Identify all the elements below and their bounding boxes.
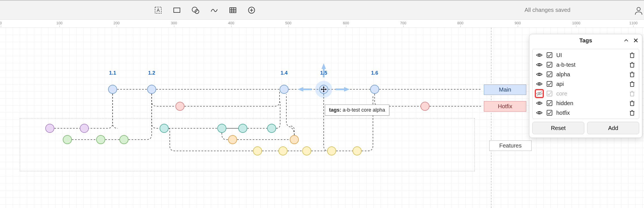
close-icon[interactable] — [632, 37, 639, 44]
tag-checkbox[interactable] — [546, 52, 553, 58]
commit-node[interactable] — [217, 124, 226, 133]
collapse-icon[interactable] — [623, 37, 630, 44]
tags-panel[interactable]: Tags UIa-b-testalphaapicorehiddenhotfix … — [529, 34, 642, 138]
ruler-tick: 100 — [56, 21, 63, 25]
commit-node[interactable] — [160, 124, 169, 133]
commit-node[interactable] — [327, 146, 336, 155]
ruler-tick: 900 — [515, 21, 521, 25]
freehand-tool-icon[interactable] — [209, 5, 220, 16]
svg-rect-61 — [630, 111, 634, 115]
version-label: 1.1 — [109, 70, 116, 76]
svg-rect-34 — [547, 62, 552, 67]
version-label: 1.6 — [371, 70, 378, 76]
commit-node[interactable] — [278, 146, 287, 155]
delete-tag-icon[interactable] — [629, 109, 636, 116]
svg-rect-5 — [230, 8, 236, 13]
svg-rect-29 — [547, 53, 552, 58]
toolbar: A All changes saved — [0, 0, 644, 20]
ruler-tick: 600 — [343, 21, 349, 25]
commit-node[interactable] — [370, 85, 379, 94]
svg-rect-2 — [174, 8, 180, 12]
svg-point-13 — [637, 7, 640, 11]
commit-node[interactable] — [80, 124, 89, 133]
tag-name: hidden — [556, 100, 625, 107]
delete-tag-icon[interactable] — [629, 52, 636, 58]
ruler: 010020030040050060070080090010001100 — [0, 20, 644, 28]
tag-checkbox[interactable] — [546, 109, 553, 116]
commit-node[interactable] — [238, 124, 247, 133]
commit-node[interactable] — [420, 102, 430, 111]
commit-node[interactable] — [228, 135, 237, 144]
delete-tag-icon[interactable] — [629, 61, 636, 68]
commit-node[interactable] — [175, 102, 184, 111]
svg-point-43 — [538, 83, 540, 85]
delete-tag-icon[interactable] — [629, 100, 636, 107]
svg-line-49 — [537, 91, 542, 96]
tag-list: UIa-b-testalphaapicorehiddenhotfix — [532, 49, 639, 119]
visibility-toggle-icon[interactable] — [536, 109, 543, 116]
user-icon[interactable] — [634, 6, 643, 15]
svg-point-33 — [538, 64, 540, 66]
visibility-toggle-icon[interactable] — [536, 61, 543, 68]
add-button[interactable]: Add — [587, 122, 639, 134]
reset-button[interactable]: Reset — [532, 122, 584, 134]
svg-text:A: A — [157, 8, 160, 13]
visibility-toggle-icon[interactable] — [536, 71, 543, 78]
visibility-toggle-icon[interactable] — [536, 81, 543, 87]
ruler-tick: 200 — [113, 21, 120, 25]
commit-node[interactable] — [108, 85, 117, 94]
commit-node[interactable] — [63, 135, 72, 144]
node-tags-tooltip: tags: a-b-test core alpha — [325, 105, 389, 116]
visibility-toggle-icon[interactable] — [536, 90, 543, 97]
tag-row: alpha — [533, 70, 639, 79]
ruler-tick: 800 — [457, 21, 463, 25]
delete-tag-icon — [629, 90, 636, 97]
tag-row: a-b-test — [533, 60, 639, 70]
table-tool-icon[interactable] — [227, 5, 238, 16]
delete-tag-icon[interactable] — [629, 81, 636, 87]
svg-rect-51 — [630, 92, 634, 96]
tag-checkbox[interactable] — [546, 81, 553, 87]
ellipse-tool-icon[interactable] — [190, 5, 201, 16]
commit-node[interactable] — [353, 146, 362, 155]
tag-name: api — [556, 81, 625, 87]
tooltip-label: tags: — [329, 107, 341, 113]
tag-name: hotfix — [556, 110, 625, 116]
delete-tag-icon[interactable] — [629, 71, 636, 78]
svg-rect-45 — [630, 83, 634, 86]
tag-checkbox[interactable] — [546, 100, 553, 107]
save-status: All changes saved — [525, 1, 570, 20]
commit-node[interactable] — [290, 135, 299, 144]
text-tool-icon[interactable]: A — [153, 5, 164, 16]
tags-panel-title: Tags — [579, 37, 592, 44]
tag-checkbox[interactable] — [546, 61, 553, 68]
svg-rect-35 — [630, 63, 634, 67]
ruler-tick: 500 — [285, 21, 291, 25]
commit-node[interactable] — [147, 85, 156, 94]
tag-checkbox[interactable] — [546, 71, 553, 78]
visibility-toggle-icon[interactable] — [536, 100, 543, 107]
svg-rect-56 — [630, 102, 634, 106]
ruler-tick: 1000 — [572, 21, 580, 25]
tags-panel-header: Tags — [529, 34, 642, 47]
commit-node[interactable] — [280, 85, 289, 94]
app-root: A All changes saved 01002003004005006007… — [0, 0, 644, 208]
version-label: 1.4 — [280, 70, 287, 76]
commit-node[interactable] — [253, 146, 262, 155]
tooltip-value: a-b-test core alpha — [343, 107, 385, 113]
ruler-tick: 700 — [400, 21, 406, 25]
version-label: 1.2 — [148, 70, 155, 76]
ruler-tick: 0 — [0, 21, 2, 25]
commit-node[interactable] — [267, 124, 276, 133]
svg-rect-44 — [547, 81, 552, 86]
svg-point-28 — [538, 54, 540, 56]
commit-node[interactable] — [119, 135, 128, 144]
commit-node[interactable] — [45, 124, 54, 133]
tag-row: hidden — [533, 98, 639, 108]
visibility-toggle-icon[interactable] — [536, 52, 543, 58]
commit-node[interactable] — [302, 146, 311, 155]
svg-rect-60 — [547, 110, 552, 115]
add-tool-icon[interactable] — [246, 5, 257, 16]
commit-node[interactable] — [96, 135, 105, 144]
rectangle-tool-icon[interactable] — [171, 5, 182, 16]
